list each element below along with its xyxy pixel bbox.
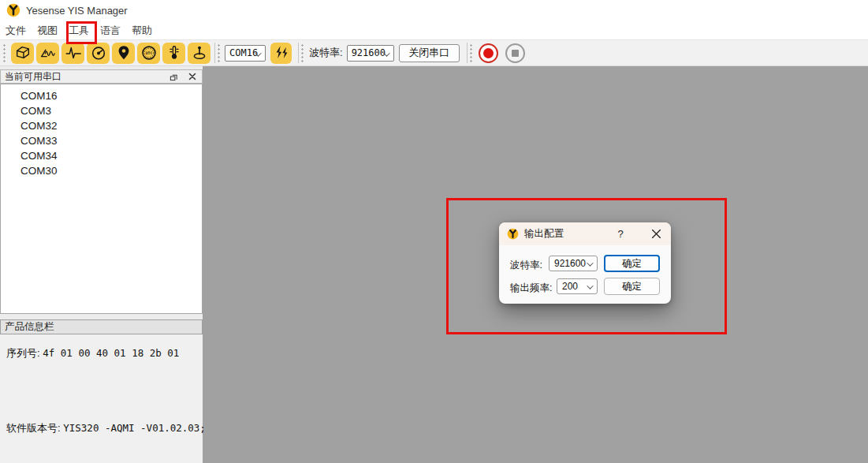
port-list-item[interactable]: COM16 bbox=[1, 88, 202, 103]
close-icon bbox=[188, 73, 196, 80]
float-window-icon bbox=[170, 73, 178, 81]
left-dock-column: 当前可用串口 COM16 COM3 COM32 COM33 COM34 COM3… bbox=[0, 66, 203, 463]
pressure-probe-icon bbox=[191, 44, 208, 62]
dialog-title: 输出配置 bbox=[524, 227, 564, 241]
temperature-icon bbox=[166, 44, 183, 62]
utc-clock-icon: UTC bbox=[140, 44, 158, 62]
panel-close-button[interactable] bbox=[186, 71, 199, 82]
lightning-icon bbox=[273, 44, 290, 62]
close-icon bbox=[652, 230, 661, 238]
port-list-item[interactable]: COM3 bbox=[1, 103, 202, 118]
record-icon bbox=[483, 48, 494, 58]
gauge-icon bbox=[90, 44, 107, 62]
chevron-down-icon bbox=[587, 282, 593, 289]
dialog-freq-select[interactable]: 200 bbox=[557, 278, 598, 294]
waveform-icon bbox=[65, 44, 82, 62]
dialog-freq-value: 200 bbox=[562, 281, 578, 292]
cube-3d-icon bbox=[14, 44, 32, 62]
title-bar: Yesense YIS Manager bbox=[0, 0, 868, 21]
toolbar-separator bbox=[214, 43, 215, 63]
dialog-baud-label: 波特率: bbox=[510, 259, 542, 272]
toolbar-drag-handle[interactable] bbox=[300, 43, 304, 62]
yesense-logo-icon bbox=[6, 3, 20, 17]
dialog-freq-confirm-button[interactable]: 确定 bbox=[604, 278, 660, 295]
toolbar-drag-handle[interactable] bbox=[2, 43, 6, 62]
svg-text:UTC: UTC bbox=[145, 51, 152, 55]
close-serial-button[interactable]: 关闭串口 bbox=[399, 44, 460, 62]
menu-help[interactable]: 帮助 bbox=[126, 23, 158, 38]
utc-clock-button[interactable]: UTC bbox=[137, 43, 160, 64]
serial-number-label: 序列号: bbox=[6, 347, 40, 359]
main-toolbar: UTC COM16 波特率: bbox=[0, 40, 868, 66]
dialog-help-button[interactable]: ? bbox=[612, 222, 629, 245]
dialog-baud-value: 921600 bbox=[554, 258, 586, 269]
toolbar-drag-handle[interactable] bbox=[217, 43, 221, 62]
toolbar-separator bbox=[467, 43, 468, 63]
output-config-dialog: 输出配置 ? 波特率: 921600 确定 输出频率: 200 确定 bbox=[499, 222, 671, 304]
sensor-view-buttons: UTC bbox=[11, 43, 210, 64]
dialog-freq-label: 输出频率: bbox=[510, 282, 552, 295]
baud-rate-select[interactable]: 921600 bbox=[347, 45, 394, 62]
refresh-ports-button[interactable] bbox=[270, 43, 292, 64]
yesense-logo-icon bbox=[507, 228, 519, 240]
baud-rate-label: 波特率: bbox=[309, 46, 343, 60]
product-info-panel-header: 产品信息栏 bbox=[0, 319, 203, 334]
port-list-item[interactable]: COM30 bbox=[1, 163, 202, 178]
serial-ports-panel-header: 当前可用串口 bbox=[0, 69, 203, 84]
software-version-label: 软件版本号: bbox=[6, 422, 61, 434]
cube-3d-view-button[interactable] bbox=[11, 43, 34, 64]
software-version-value: YIS320 -AQMI -V01.02.03; bbox=[63, 422, 206, 434]
stop-icon bbox=[512, 50, 519, 57]
port-list-item[interactable]: COM34 bbox=[1, 148, 202, 163]
location-pin-icon bbox=[115, 44, 132, 62]
window-title: Yesense YIS Manager bbox=[26, 5, 128, 17]
toolbar-separator bbox=[298, 43, 299, 63]
serial-number-line: 序列号: 4f 01 00 40 01 18 2b 01 bbox=[6, 346, 179, 360]
serial-number-value: 4f 01 00 40 01 18 2b 01 bbox=[43, 347, 179, 359]
serial-port-list: COM16 COM3 COM32 COM33 COM34 COM30 bbox=[0, 84, 203, 314]
gauge-button[interactable] bbox=[87, 43, 110, 64]
pressure-button[interactable] bbox=[188, 43, 210, 64]
waveform-button[interactable] bbox=[61, 43, 84, 64]
stop-button[interactable] bbox=[505, 43, 525, 63]
attitude-angle-wave-icon bbox=[39, 44, 57, 62]
port-select-value: COM16 bbox=[229, 47, 258, 58]
port-list-item[interactable]: COM32 bbox=[1, 118, 202, 133]
port-select[interactable]: COM16 bbox=[225, 45, 266, 62]
temperature-button[interactable] bbox=[162, 43, 185, 64]
menu-file[interactable]: 文件 bbox=[0, 23, 32, 38]
record-button[interactable] bbox=[479, 43, 498, 63]
menu-language[interactable]: 语言 bbox=[95, 23, 126, 38]
dialog-close-button[interactable] bbox=[646, 222, 666, 245]
menu-tools[interactable]: 工具 bbox=[63, 23, 95, 38]
menu-bar: 文件 视图 工具 语言 帮助 bbox=[0, 21, 868, 40]
attitude-wave-button[interactable] bbox=[36, 43, 59, 64]
chevron-down-icon bbox=[587, 260, 593, 266]
location-button[interactable] bbox=[112, 43, 135, 64]
serial-ports-panel-title: 当前可用串口 bbox=[5, 70, 61, 84]
software-version-line: 软件版本号: YIS320 -AQMI -V01.02.03; bbox=[6, 421, 206, 435]
port-list-item[interactable]: COM33 bbox=[1, 133, 202, 148]
menu-view[interactable]: 视图 bbox=[32, 23, 63, 38]
panel-float-button[interactable] bbox=[167, 71, 180, 82]
product-info-panel: 序列号: 4f 01 00 40 01 18 2b 01 软件版本号: YIS3… bbox=[0, 334, 203, 463]
dialog-baud-confirm-button[interactable]: 确定 bbox=[604, 255, 660, 272]
baud-rate-value: 921600 bbox=[352, 47, 386, 58]
dialog-baud-select[interactable]: 921600 bbox=[549, 256, 598, 271]
product-info-panel-title: 产品信息栏 bbox=[5, 320, 54, 334]
toolbar-drag-handle[interactable] bbox=[469, 43, 473, 62]
